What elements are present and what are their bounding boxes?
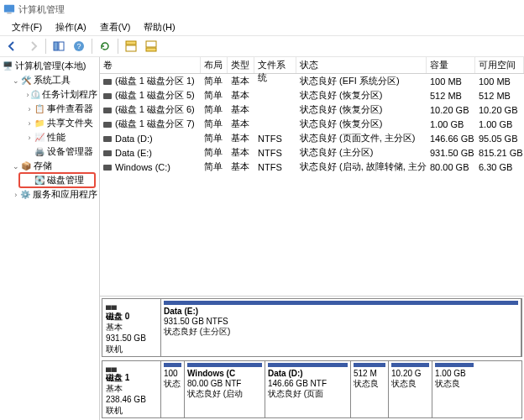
view-bottom-button[interactable] <box>142 37 160 55</box>
part-size: 512 M <box>354 369 377 378</box>
tree-systools[interactable]: ⌄🛠️系统工具 <box>0 73 99 87</box>
tree-scheduler[interactable]: ›⏲️任务计划程序 <box>0 87 99 102</box>
disk-small-icon <box>103 122 112 128</box>
expand-icon[interactable]: ⌄ <box>12 162 20 171</box>
services-icon: ⚙️ <box>20 189 31 201</box>
part-status: 状态良 <box>435 379 460 388</box>
disk-0-name: 磁盘 0 <box>106 312 129 321</box>
help-button[interactable]: ? <box>70 37 88 55</box>
volume-row[interactable]: (磁盘 1 磁盘分区 6)简单基本状态良好 (恢复分区)10.20 GB10.2… <box>100 102 524 117</box>
volume-list: 卷 布局 类型 文件系统 状态 容量 可用空间 (磁盘 1 磁盘分区 1)简单基… <box>100 57 524 297</box>
svg-rect-1 <box>7 13 11 13</box>
part-title: Data (E:) <box>164 307 198 316</box>
part-size: 146.66 GB NTF <box>268 379 327 388</box>
tree-root-label: 计算机管理(本地) <box>15 60 86 72</box>
disk-1-label: ▄▄ 磁盘 1 基本 238.46 GB 联机 <box>102 361 161 418</box>
expand-icon[interactable]: › <box>12 191 20 199</box>
volume-row[interactable]: Windows (C:)简单基本NTFS状态良好 (启动, 故障转储, 主分区)… <box>100 160 524 174</box>
tree-perf[interactable]: ›📈性能 <box>0 130 99 144</box>
tree-systools-label: 系统工具 <box>34 74 71 87</box>
part-size: 1.00 GB <box>435 369 466 378</box>
tree-eventviewer-label: 事件查看器 <box>47 102 93 115</box>
titlebar: 计算机管理 <box>0 0 524 18</box>
folder-icon: 📁 <box>34 118 45 129</box>
expand-icon[interactable]: › <box>25 105 34 113</box>
disk-0-part-0[interactable]: Data (E:) 931.50 GB NTFS 状态良好 (主分区) <box>161 299 521 356</box>
disk-0-status: 联机 <box>106 344 123 354</box>
forward-button[interactable] <box>24 37 42 55</box>
svg-rect-8 <box>146 41 156 47</box>
tree-services-label: 服务和应用程序 <box>33 188 97 201</box>
disk-1-part-2[interactable]: Data (D:)146.66 GB NTF状态良好 (页面 <box>265 361 351 418</box>
part-size: 931.50 GB NTFS <box>164 317 228 326</box>
tree-root[interactable]: 🖥️计算机管理(本地) <box>0 59 99 73</box>
disk-1-status: 联机 <box>106 406 123 415</box>
disk-1-part-4[interactable]: 10.20 G状态良 <box>389 361 432 418</box>
tree-diskmgmt[interactable]: 💽磁盘管理 <box>0 173 99 187</box>
menu-view[interactable]: 查看(V) <box>93 19 138 35</box>
back-button[interactable] <box>3 37 22 55</box>
view-top-button[interactable] <box>122 37 140 55</box>
main-area: 🖥️计算机管理(本地) ⌄🛠️系统工具 ›⏲️任务计划程序 ›📋事件查看器 ›📁… <box>0 57 524 420</box>
disk-0-label: ▄▄ 磁盘 0 基本 931.50 GB 联机 <box>102 299 161 356</box>
col-free[interactable]: 可用空间 <box>475 57 524 73</box>
tree-scheduler-label: 任务计划程序 <box>42 88 97 101</box>
tree-devmgr-label: 设备管理器 <box>47 145 93 158</box>
window-title: 计算机管理 <box>18 3 65 16</box>
disk-1-part-1[interactable]: Windows (C80.00 GB NTF状态良好 (启动 <box>185 361 265 418</box>
part-status: 状态良 <box>391 379 417 388</box>
svg-rect-9 <box>146 48 156 51</box>
app-icon <box>3 3 15 15</box>
refresh-button[interactable] <box>96 37 114 55</box>
expand-icon[interactable]: ⌄ <box>12 76 20 85</box>
volume-row[interactable]: (磁盘 1 磁盘分区 7)简单基本状态良好 (恢复分区)1.00 GB1.00 … <box>100 117 524 131</box>
part-title: Windows (C <box>187 369 235 378</box>
col-filesystem[interactable]: 文件系统 <box>254 57 296 73</box>
col-volume[interactable]: 卷 <box>100 57 201 73</box>
col-capacity[interactable]: 容量 <box>427 57 475 73</box>
part-status: 状态良 <box>354 379 379 388</box>
disk-1-part-0[interactable]: 100状态 <box>161 361 185 418</box>
volume-row[interactable]: (磁盘 1 磁盘分区 5)简单基本状态良好 (恢复分区)512 MB512 MB <box>100 88 524 102</box>
col-type[interactable]: 类型 <box>228 57 254 73</box>
volume-row[interactable]: Data (E:)简单基本NTFS状态良好 (主分区)931.50 GB815.… <box>100 145 524 160</box>
disk-0-row[interactable]: ▄▄ 磁盘 0 基本 931.50 GB 联机 Data (E:) 931.50… <box>102 298 522 357</box>
disk-small-icon <box>103 165 112 171</box>
menu-file[interactable]: 文件(F) <box>5 19 49 35</box>
col-status[interactable]: 状态 <box>296 57 427 73</box>
tree-shared[interactable]: ›📁共享文件夹 <box>0 116 99 130</box>
part-size: 10.20 G <box>391 369 422 378</box>
col-layout[interactable]: 布局 <box>201 57 228 73</box>
disk-1-part-3[interactable]: 512 M状态良 <box>351 361 389 418</box>
tree-devmgr[interactable]: 🖨️设备管理器 <box>0 144 99 159</box>
storage-icon: 📦 <box>20 160 32 172</box>
part-status: 状态 <box>164 379 181 388</box>
disk-small-icon <box>103 93 112 99</box>
disk-1-size: 238.46 GB <box>106 395 146 404</box>
computer-icon: 🖥️ <box>2 60 13 72</box>
disk-1-row[interactable]: ▄▄ 磁盘 1 基本 238.46 GB 联机 100状态 Windows (C… <box>102 360 522 419</box>
svg-rect-2 <box>54 42 58 50</box>
tree-storage-label: 存储 <box>34 160 52 172</box>
eventviewer-icon: 📋 <box>34 103 45 115</box>
menu-action[interactable]: 操作(A) <box>49 19 93 35</box>
svg-rect-7 <box>126 45 136 51</box>
tree-diskmgmt-label: 磁盘管理 <box>47 174 84 186</box>
disk-small-icon <box>103 150 112 156</box>
disk-small-icon <box>103 79 112 85</box>
tree-eventviewer[interactable]: ›📋事件查看器 <box>0 102 99 116</box>
menu-help[interactable]: 帮助(H) <box>137 19 181 35</box>
disk-0-size: 931.50 GB <box>106 333 146 343</box>
expand-icon[interactable]: › <box>25 134 34 142</box>
tree-storage[interactable]: ⌄📦存储 <box>0 159 99 173</box>
volume-row[interactable]: Data (D:)简单基本NTFS状态良好 (页面文件, 主分区)146.66 … <box>100 131 524 145</box>
show-hide-tree-button[interactable] <box>50 37 68 55</box>
scheduler-icon: ⏲️ <box>30 89 40 101</box>
disk-1-part-5[interactable]: 1.00 GB状态良 <box>432 361 476 418</box>
svg-rect-6 <box>126 41 136 45</box>
disk-small-icon <box>103 108 112 113</box>
volume-row[interactable]: (磁盘 1 磁盘分区 1)简单基本状态良好 (EFI 系统分区)100 MB10… <box>100 74 524 88</box>
expand-icon[interactable]: › <box>25 119 34 128</box>
tree-services[interactable]: ›⚙️服务和应用程序 <box>0 187 99 202</box>
svg-text:?: ? <box>76 42 81 50</box>
